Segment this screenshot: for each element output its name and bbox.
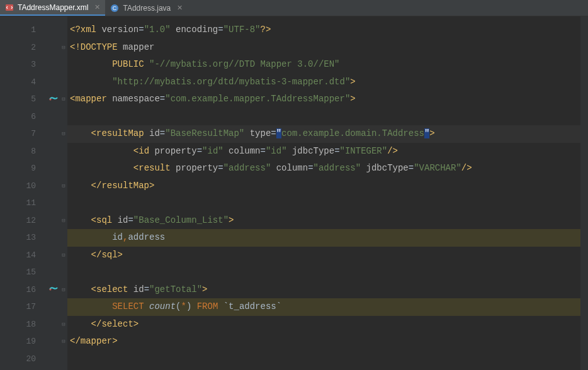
code-line xyxy=(67,108,580,126)
fold-column: ⊟ ⊟ ⊟ ⊟ ⊟ ⊟ ⊟ ⊟ ⊟ xyxy=(60,16,67,370)
mybatis-nav-icon[interactable] xyxy=(47,91,60,108)
svg-point-3 xyxy=(50,98,52,100)
line-number: 14 xyxy=(9,247,47,264)
line-number: 9 xyxy=(9,160,47,177)
close-icon[interactable]: ✕ xyxy=(94,3,100,11)
code-line: "http://mybatis.org/dtd/mybatis-3-mapper… xyxy=(67,74,580,91)
line-number: 3 xyxy=(9,56,47,74)
java-class-icon: C xyxy=(110,4,119,13)
line-number: 18 xyxy=(9,316,47,334)
svg-text:C: C xyxy=(113,5,117,11)
tab-label: TAddressMapper.xml xyxy=(18,3,88,12)
code-line: id,address xyxy=(67,229,580,247)
fold-end-icon[interactable]: ⊟ xyxy=(60,316,67,334)
line-number: 10 xyxy=(9,177,47,195)
fold-end-icon[interactable]: ⊟ xyxy=(60,333,67,350)
line-number: 7 xyxy=(9,125,47,143)
line-number: 20 xyxy=(9,350,47,368)
line-number: 11 xyxy=(9,194,47,212)
fold-toggle-icon[interactable]: ⊟ xyxy=(60,39,67,57)
code-line-current: <resultMap id="BaseResultMap" type="com.… xyxy=(67,125,580,143)
mybatis-nav-icon[interactable] xyxy=(47,281,60,299)
line-number: 1 xyxy=(9,21,47,39)
close-icon[interactable]: ✕ xyxy=(177,4,183,12)
left-margin xyxy=(0,16,9,370)
line-number-gutter: 1 2 3 4 5 6 7 8 9 10 11 12 13 14 15 16 1… xyxy=(9,16,47,370)
fold-end-icon[interactable]: ⊟ xyxy=(60,247,67,264)
xml-file-icon xyxy=(5,3,14,12)
code-line xyxy=(67,264,580,281)
code-line xyxy=(67,194,580,212)
line-number: 13 xyxy=(9,229,47,247)
line-number: 4 xyxy=(9,74,47,91)
code-line: </mapper> xyxy=(67,333,580,350)
code-line: <select id="getTotal"> xyxy=(67,281,580,299)
code-line: <id property="id" column="id" jdbcType="… xyxy=(67,143,580,160)
tab-label: TAddress.java xyxy=(123,4,171,13)
svg-point-4 xyxy=(50,289,52,291)
editor-tabs: TAddressMapper.xml ✕ C TAddress.java ✕ xyxy=(0,0,588,16)
fold-toggle-icon[interactable]: ⊟ xyxy=(60,281,67,299)
code-line: </select> xyxy=(67,316,580,334)
line-number: 12 xyxy=(9,212,47,230)
fold-toggle-icon[interactable]: ⊟ xyxy=(60,125,67,143)
code-line: </sql> xyxy=(67,247,580,264)
code-editor[interactable]: 1 2 3 4 5 6 7 8 9 10 11 12 13 14 15 16 1… xyxy=(0,16,588,370)
line-number: 5 xyxy=(9,91,47,108)
line-number: 2 xyxy=(9,39,47,57)
gutter-icon-column xyxy=(47,16,60,370)
code-line xyxy=(67,350,580,368)
tab-taddress-java[interactable]: C TAddress.java ✕ xyxy=(105,0,188,16)
line-number: 8 xyxy=(9,143,47,160)
tab-taddressmapper-xml[interactable]: TAddressMapper.xml ✕ xyxy=(0,0,105,16)
code-line: <?xml version="1.0" encoding="UTF-8"?> xyxy=(67,21,580,39)
fold-end-icon[interactable]: ⊟ xyxy=(60,177,67,195)
code-line: <result property="address" column="addre… xyxy=(67,160,580,177)
line-number: 15 xyxy=(9,264,47,281)
code-line: <mapper namespace="com.example.mapper.TA… xyxy=(67,91,580,108)
code-line: </resultMap> xyxy=(67,177,580,195)
code-area[interactable]: <?xml version="1.0" encoding="UTF-8"?> <… xyxy=(67,16,580,370)
code-line: SELECT count(*) FROM `t_address` xyxy=(67,298,580,316)
line-number: 6 xyxy=(9,108,47,126)
fold-toggle-icon[interactable]: ⊟ xyxy=(60,91,67,108)
code-line: PUBLIC "-//mybatis.org//DTD Mapper 3.0//… xyxy=(67,56,580,74)
line-number: 16 xyxy=(9,281,47,299)
code-line: <!DOCTYPE mapper xyxy=(67,39,580,57)
code-line: <sql id="Base_Column_List"> xyxy=(67,212,580,230)
line-number: 19 xyxy=(9,333,47,350)
fold-toggle-icon[interactable]: ⊟ xyxy=(60,212,67,230)
right-scrollbar-strip[interactable] xyxy=(580,16,588,370)
line-number: 17 xyxy=(9,298,47,316)
